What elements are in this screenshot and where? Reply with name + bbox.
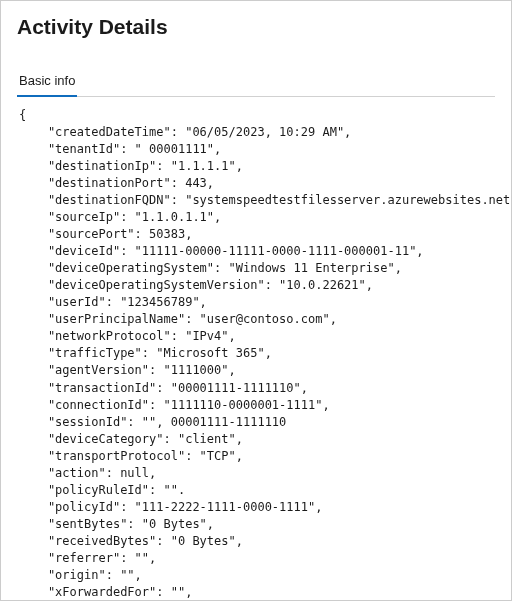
tab-basic-info[interactable]: Basic info	[17, 67, 77, 96]
page-title: Activity Details	[17, 15, 495, 39]
activity-details-json: { "createdDateTime": "06/05/2023, 10:29 …	[17, 107, 495, 601]
tabs-bar: Basic info	[17, 67, 495, 97]
